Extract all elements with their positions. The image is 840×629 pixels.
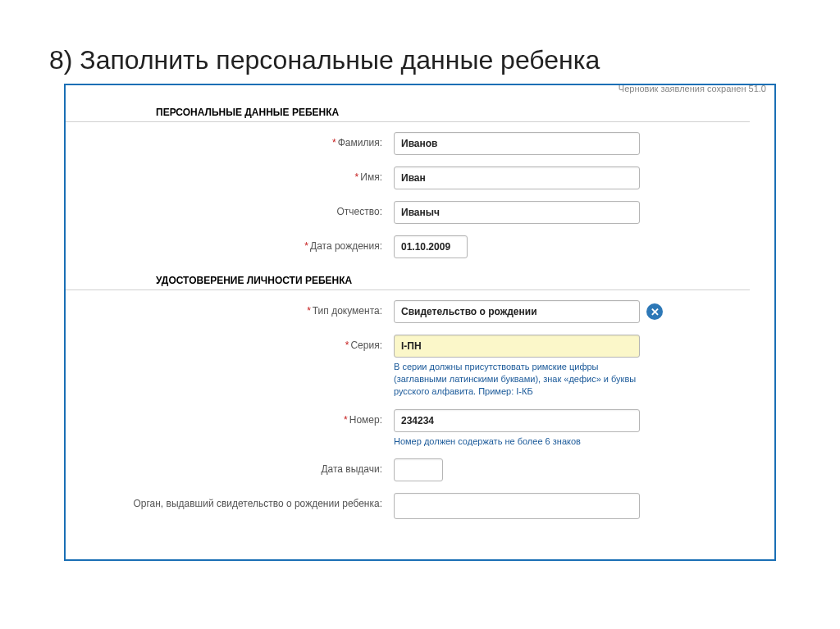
label-series-text: Серия: [350, 340, 382, 351]
label-issuing-org-text: Орган, выдавший свидетельство о рождении… [133, 498, 382, 509]
section-identity-title: УДОСТОВЕРЕНИЕ ЛИЧНОСТИ РЕБЕНКА [66, 270, 750, 290]
label-patronymic-text: Отчество: [337, 206, 383, 217]
draft-saved-note: Черновик заявления сохранен 51.0 [619, 84, 766, 93]
row-patronymic: Отчество: [66, 201, 774, 224]
label-surname: *Фамилия: [66, 132, 394, 148]
form-frame: Черновик заявления сохранен 51.0 ПЕРСОНА… [64, 84, 776, 561]
hint-series: В серии должны присутствовать римские ци… [394, 361, 648, 398]
row-name: *Имя: [66, 166, 774, 189]
label-name-text: Имя: [360, 171, 382, 183]
row-number: *Номер: Номер должен содержать не более … [66, 409, 774, 448]
section-personal-title: ПЕРСОНАЛЬНЫЕ ДАННЫЕ РЕБЕНКА [66, 102, 750, 122]
label-patronymic: Отчество: [66, 201, 394, 217]
label-surname-text: Фамилия: [338, 137, 382, 148]
row-issuing-org: Орган, выдавший свидетельство о рождении… [66, 493, 774, 519]
label-number: *Номер: [66, 409, 394, 426]
input-issuing-org[interactable] [394, 493, 640, 519]
required-marker: * [332, 137, 336, 148]
input-dob[interactable] [394, 235, 468, 258]
required-marker: * [307, 305, 311, 317]
label-issue-date-text: Дата выдачи: [321, 463, 382, 475]
input-issue-date[interactable] [394, 458, 443, 481]
slide-title: 8) Заполнить персональные данные ребенка [0, 0, 840, 84]
row-series: *Серия: В серии должны присутствовать ри… [66, 335, 774, 398]
label-dob: *Дата рождения: [66, 235, 394, 252]
label-issue-date: Дата выдачи: [66, 458, 394, 475]
row-issue-date: Дата выдачи: [66, 458, 774, 481]
input-patronymic[interactable] [394, 201, 640, 224]
input-number[interactable] [394, 409, 640, 432]
required-marker: * [344, 414, 348, 426]
row-doc-type: *Тип документа: ✕ [66, 300, 774, 323]
label-doc-type-text: Тип документа: [313, 305, 382, 317]
label-doc-type: *Тип документа: [66, 300, 394, 317]
row-surname: *Фамилия: [66, 132, 774, 155]
label-number-text: Номер: [349, 414, 382, 426]
label-dob-text: Дата рождения: [310, 240, 382, 252]
input-surname[interactable] [394, 132, 640, 155]
required-marker: * [355, 171, 359, 183]
hint-number: Номер должен содержать не более 6 знаков [394, 435, 648, 448]
required-marker: * [345, 340, 349, 351]
label-issuing-org: Орган, выдавший свидетельство о рождении… [66, 493, 394, 511]
label-name: *Имя: [66, 166, 394, 183]
required-marker: * [304, 240, 308, 252]
input-series[interactable] [394, 335, 640, 358]
form-body: ПЕРСОНАЛЬНЫЕ ДАННЫЕ РЕБЕНКА *Фамилия: *И… [66, 85, 774, 519]
input-doc-type[interactable] [394, 300, 640, 323]
label-series: *Серия: [66, 335, 394, 351]
input-name[interactable] [394, 166, 640, 189]
row-dob: *Дата рождения: [66, 235, 774, 258]
clear-icon[interactable]: ✕ [646, 303, 663, 320]
